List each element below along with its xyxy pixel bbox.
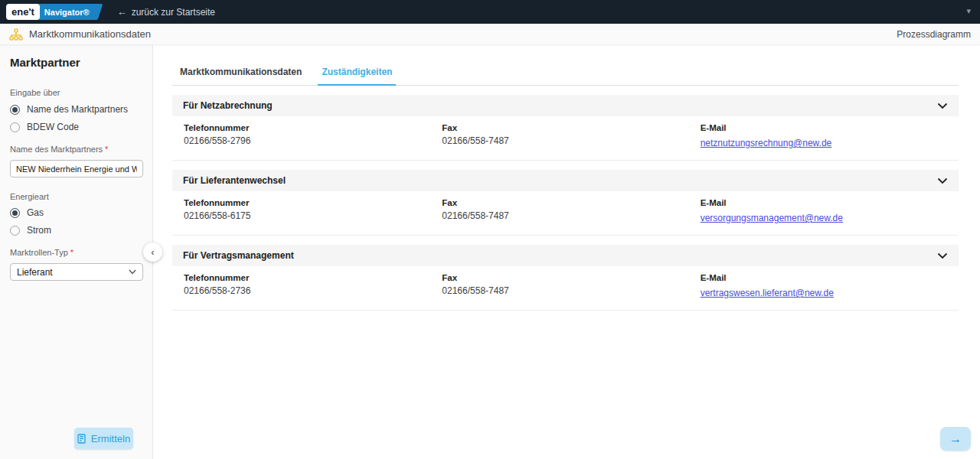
section-vertragsmanagement: Für Vertragsmanagement Telefonnummer 021… (172, 245, 959, 311)
chevron-down-icon[interactable] (937, 177, 948, 184)
section-body: Telefonnummer 02166/558-6175 Fax 02166/5… (172, 191, 959, 236)
fax-value: 02166/558-7487 (442, 210, 700, 221)
section-title: Für Vertragsmanagement (183, 250, 294, 261)
fax-value: 02166/558-7487 (442, 285, 700, 296)
phone-field: Telefonnummer 02166/558-6175 (184, 198, 442, 224)
email-link[interactable]: vertragswesen.lieferant@new.de (701, 288, 834, 298)
navigator-logo-text: Navigator® (44, 8, 90, 17)
arrow-right-icon: → (949, 432, 962, 446)
section-header[interactable]: Für Lieferantenwechsel (172, 170, 959, 191)
phone-field: Telefonnummer 02166/558-2736 (184, 273, 442, 299)
fax-label: Fax (442, 198, 700, 207)
section-netzabrechnung: Für Netzabrechnung Telefonnummer 02166/5… (172, 95, 959, 161)
section-header[interactable]: Für Vertragsmanagement (172, 245, 959, 266)
fax-field: Fax 02166/558-7487 (442, 123, 700, 149)
radio-label: Strom (27, 225, 51, 236)
section-body: Telefonnummer 02166/558-2796 Fax 02166/5… (172, 116, 959, 161)
chevron-down-icon (129, 268, 136, 276)
email-label: E-Mail (701, 198, 959, 207)
radio-icon (10, 105, 20, 115)
required-asterisk: * (70, 248, 74, 257)
section-lieferantenwechsel: Für Lieferantenwechsel Telefonnummer 021… (172, 170, 959, 236)
marktrollen-typ-select[interactable]: Lieferant (10, 263, 143, 281)
section-title: Für Lieferantenwechsel (183, 175, 286, 186)
back-link-label: zurück zur Startseite (132, 7, 215, 18)
fax-field: Fax 02166/558-7487 (442, 273, 700, 299)
fax-field: Fax 02166/558-7487 (442, 198, 700, 224)
ermitteln-button[interactable]: Ermitteln (74, 428, 133, 449)
layout: Marktpartner Eingabe über Name des Markt… (0, 45, 980, 459)
sidebar-collapse-button[interactable]: ‹ (143, 243, 162, 262)
back-to-start-link[interactable]: ← zurück zur Startseite (117, 6, 215, 18)
email-link[interactable]: netznutzungsrechnung@new.de (701, 138, 832, 148)
navigator-logo-badge: Navigator® (32, 4, 103, 20)
phone-field: Telefonnummer 02166/558-2796 (184, 123, 442, 149)
radio-bdew-code[interactable]: BDEW Code (10, 122, 142, 132)
top-navbar: ene't Navigator® ← zurück zur Startseite… (0, 0, 980, 24)
phone-value: 02166/558-2736 (184, 285, 442, 296)
section-header[interactable]: Für Netzabrechnung (172, 95, 959, 116)
email-link[interactable]: versorgungsmanagement@new.de (701, 213, 843, 223)
phone-label: Telefonnummer (184, 273, 442, 282)
radio-gas[interactable]: Gas (10, 207, 142, 218)
prozessdiagramm-link[interactable]: Prozessdiagramm (897, 29, 971, 40)
tab-bar: Marktkommunikationsdaten Zuständigkeiten (172, 67, 959, 86)
chevron-down-icon[interactable] (937, 252, 948, 259)
email-label: E-Mail (701, 273, 959, 282)
radio-name-des-marktpartners[interactable]: Name des Marktpartners (10, 104, 142, 115)
user-menu-caret-icon[interactable]: ▾ (966, 6, 971, 16)
phone-value: 02166/558-6175 (184, 210, 442, 221)
radio-label: Name des Marktpartners (27, 104, 128, 115)
email-label: E-Mail (701, 123, 959, 132)
page-title: Marktkommunikationsdaten (29, 28, 151, 40)
market-role-label: Marktrollen-Typ * (10, 248, 142, 257)
radio-icon (10, 226, 20, 236)
fax-label: Fax (442, 123, 700, 132)
fax-label: Fax (442, 273, 700, 282)
page-header: Marktkommunikationsdaten Prozessdiagramm (0, 24, 980, 45)
radio-label: Gas (27, 207, 44, 218)
required-asterisk: * (105, 145, 108, 154)
tab-zustaendigkeiten[interactable]: Zuständigkeiten (322, 67, 392, 85)
email-field: E-Mail netznutzungsrechnung@new.de (701, 123, 959, 149)
calculator-icon (77, 434, 86, 444)
tab-marktkommunikationsdaten[interactable]: Marktkommunikationsdaten (180, 67, 302, 85)
main-content: ‹ Marktkommunikationsdaten Zuständigkeit… (153, 45, 980, 459)
enet-logo-text: ene't (6, 4, 40, 20)
energy-type-label: Energieart (10, 192, 142, 201)
chevron-down-icon[interactable] (937, 103, 948, 109)
back-arrow-icon: ← (117, 6, 127, 18)
name-field-label: Name des Marktpartners * (10, 145, 142, 154)
phone-label: Telefonnummer (184, 123, 442, 132)
section-body: Telefonnummer 02166/558-2736 Fax 02166/5… (172, 266, 959, 311)
sitemap-icon (9, 28, 23, 41)
section-title: Für Netzabrechnung (183, 100, 273, 111)
ermitteln-label: Ermitteln (91, 433, 130, 444)
radio-icon (10, 122, 20, 132)
phone-value: 02166/558-2796 (184, 135, 442, 146)
input-mode-label: Eingabe über (10, 88, 142, 97)
fax-value: 02166/558-7487 (442, 135, 700, 146)
enet-navigator-logo[interactable]: ene't Navigator® (6, 4, 100, 20)
radio-label: BDEW Code (27, 122, 79, 132)
sidebar-title: Marktpartner (10, 56, 142, 69)
marktpartner-name-input[interactable] (10, 160, 143, 177)
next-page-button[interactable]: → (940, 427, 971, 451)
radio-strom[interactable]: Strom (10, 225, 142, 236)
email-field: E-Mail versorgungsmanagement@new.de (701, 198, 959, 224)
select-value: Lieferant (17, 267, 53, 278)
radio-icon (10, 208, 20, 218)
chevron-left-icon: ‹ (151, 246, 154, 258)
email-field: E-Mail vertragswesen.lieferant@new.de (701, 273, 959, 299)
sidebar-form: Marktpartner Eingabe über Name des Markt… (0, 45, 153, 459)
phone-label: Telefonnummer (184, 198, 442, 207)
